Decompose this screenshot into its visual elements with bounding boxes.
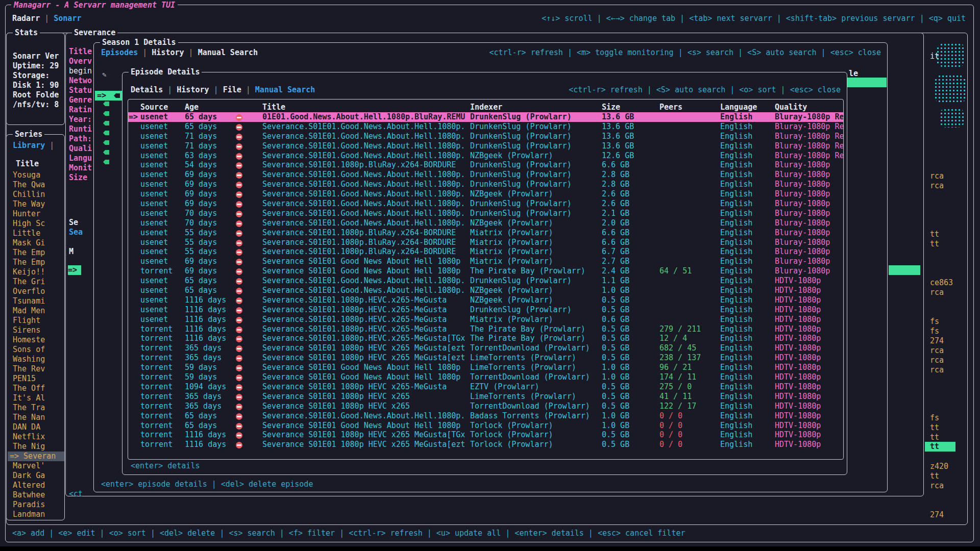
series-item[interactable]: The Qwa [8, 180, 64, 190]
column-header[interactable]: Peers [659, 103, 720, 112]
release-row[interactable]: usenet55 daysSeverance.S01E01.1080p.BluR… [128, 228, 843, 238]
series-item[interactable]: Keijo!! [8, 267, 64, 277]
release-row[interactable]: usenet55 daysSeverance.S01E01.1080p.BluR… [128, 247, 843, 257]
detail-field-label: Genre [69, 95, 93, 105]
release-row[interactable]: usenet63 daysSeverance.S01E01.Good.News.… [128, 151, 843, 161]
release-row[interactable]: usenet55 daysSeverance.S01E01.1080p.BluR… [128, 238, 843, 247]
series-item[interactable]: Homeste [8, 335, 64, 345]
series-item[interactable]: Marvel' [8, 461, 64, 471]
release-row[interactable]: usenet65 daysSeverance.S01E01.Good.News.… [128, 122, 843, 132]
release-row[interactable]: torrent365 daysSeverance S01E01 1080p HE… [128, 402, 843, 411]
release-row[interactable]: usenet65 daysSeverance.S01E01.Good.News.… [128, 276, 843, 286]
series-item[interactable]: The Way [8, 199, 64, 209]
release-row[interactable]: torrent65 daysSeverance.S01E01.Good.News… [128, 411, 843, 421]
library-tab[interactable]: Library | [13, 141, 54, 151]
release-row[interactable]: torrent1116 daysSeverance.S01E01.1080p.H… [128, 334, 843, 343]
tab-sonarr[interactable]: Sonarr [54, 14, 81, 23]
column-header[interactable]: Language [720, 103, 774, 112]
release-row[interactable]: usenet69 daysSeverance.S01E01.Good.News.… [128, 170, 843, 180]
tab-history[interactable]: History [177, 85, 209, 94]
series-item[interactable]: The Gri [8, 277, 64, 287]
column-header[interactable]: Age [184, 103, 235, 112]
series-item[interactable]: Hunter [8, 209, 64, 219]
series-item[interactable]: PEN15 [8, 374, 64, 384]
underlay-text-fragment: rca [930, 288, 944, 297]
series-item[interactable]: Sirens [8, 325, 64, 335]
tag-icon [103, 102, 109, 106]
column-header[interactable] [235, 103, 262, 112]
release-row[interactable]: usenet71 daysSeverance.S01E01.Good.News.… [128, 132, 843, 141]
series-item[interactable]: Batwhee [8, 490, 64, 500]
release-row[interactable]: torrent69 daysSeverance S01E01 Good News… [128, 266, 843, 276]
series-item[interactable]: Sons of [8, 345, 64, 355]
release-row[interactable]: usenet1116 daysSeverance.S01E01.1080p.HE… [128, 305, 843, 315]
release-row[interactable]: torrent59 daysSeverance S01E01 Good News… [128, 372, 843, 382]
release-row[interactable]: torrent1116 daysSeverance S01E01 1080p H… [128, 440, 843, 449]
series-item[interactable]: The Emp [8, 248, 64, 258]
series-item[interactable]: The Off [8, 384, 64, 393]
release-row[interactable]: usenet65 daysSeverance.S01E01.Good.News.… [128, 286, 843, 295]
release-row[interactable]: usenet70 daysSeverance.S01E01.Good.News.… [128, 209, 843, 218]
column-header[interactable]: Quality [774, 103, 844, 112]
release-row[interactable]: torrent365 daysSeverance S01E01 1080p HE… [128, 392, 843, 402]
release-row[interactable]: usenet69 daysSeverance.S01E01.Good.News.… [128, 189, 843, 199]
series-item[interactable]: The Tra [8, 403, 64, 413]
series-item[interactable]: Netflix [8, 432, 64, 442]
column-header[interactable]: Title [262, 103, 470, 112]
series-item[interactable]: The Emp [8, 258, 64, 267]
series-item[interactable]: Altered [8, 481, 64, 490]
release-row[interactable]: torrent1116 daysSeverance.S01E01.1080p.H… [128, 324, 843, 334]
series-item[interactable]: The Rev [8, 364, 64, 374]
series-item[interactable]: Washing [8, 355, 64, 364]
series-item[interactable]: Flight [8, 316, 64, 325]
series-item[interactable]: Paradis [8, 500, 64, 510]
release-row[interactable]: torrent65 daysSeverance S01E01 Good News… [128, 421, 843, 431]
tab-radarr[interactable]: Radarr [12, 14, 40, 23]
release-row[interactable]: usenet71 daysSeverance.S01E01.Good.News.… [128, 141, 843, 151]
series-item[interactable]: Mad Men [8, 306, 64, 316]
series-item[interactable]: Chillin [8, 190, 64, 199]
column-header[interactable]: Size [601, 103, 659, 112]
stat-line: Root Folde [13, 90, 59, 100]
series-item[interactable]: Little [8, 229, 64, 238]
series-item[interactable]: Tsunami [8, 296, 64, 306]
release-row[interactable]: torrent365 daysSeverance S01E01 1080p HE… [128, 353, 843, 363]
release-row[interactable]: usenet70 daysSeverance.S01E01.Good.News.… [128, 218, 843, 228]
release-row[interactable]: usenet69 daysSeverance.S01E01.Good.News.… [128, 180, 843, 189]
tab-details[interactable]: Details [131, 85, 163, 94]
tab-history[interactable]: History [152, 48, 184, 57]
tab-manual-search[interactable]: Manual Search [255, 85, 315, 94]
release-row[interactable]: usenet69 daysSeverance S01E01 Good News … [128, 257, 843, 266]
series-item[interactable]: DAN DA [8, 422, 64, 432]
series-item[interactable]: Overflo [8, 287, 64, 296]
seasons-tab-fragment: Sea [69, 228, 83, 237]
series-item[interactable]: The Nig [8, 442, 64, 452]
column-header[interactable]: Indexer [470, 103, 601, 112]
release-row[interactable]: usenet69 daysSeverance.S01E01.Good.News.… [128, 199, 843, 209]
release-row[interactable]: usenet1116 daysSeverance.S01E01.1080p.HE… [128, 315, 843, 324]
release-row[interactable]: torrent59 daysSeverance S01E01 Good News… [128, 363, 843, 372]
series-item[interactable]: High Sc [8, 219, 64, 229]
release-row[interactable]: usenet1116 daysSeverance.S01E01.1080p.HE… [128, 295, 843, 305]
selected-season-bar[interactable]: => [68, 265, 81, 275]
release-row[interactable]: torrent1094 daysSeverance S01E01 1080p H… [128, 382, 843, 392]
series-item[interactable]: Yosuga [8, 170, 64, 180]
release-row[interactable]: =>usenet65 days01E01.Good.News.About.Hel… [128, 112, 843, 122]
episode-modal-help: <ctrl-r> refresh | <S> auto search | <o>… [569, 85, 841, 95]
release-row[interactable]: usenet54 daysSeverance.S01E01.1080p.BluR… [128, 160, 843, 170]
series-item[interactable]: Landman [8, 510, 64, 519]
tab-manual-search[interactable]: Manual Search [198, 48, 258, 57]
series-item[interactable]: Mask Gi [8, 238, 64, 248]
series-item[interactable]: The Nan [8, 413, 64, 422]
series-item[interactable]: => Severan [8, 452, 64, 461]
column-header[interactable]: Source [140, 103, 184, 112]
release-row[interactable]: torrent365 daysSeverance S01E01 1080p HE… [128, 343, 843, 353]
tab-file[interactable]: File [223, 85, 241, 94]
no-entry-icon [236, 365, 242, 371]
no-entry-icon [236, 191, 242, 198]
series-item[interactable]: It's Al [8, 393, 64, 403]
series-item[interactable]: Dark Ga [8, 471, 64, 481]
tab-episodes[interactable]: Episodes [101, 48, 138, 57]
underlay-green-cell [889, 265, 920, 275]
release-row[interactable]: torrent1116 daysSeverance S01E01 1080p H… [128, 430, 843, 440]
